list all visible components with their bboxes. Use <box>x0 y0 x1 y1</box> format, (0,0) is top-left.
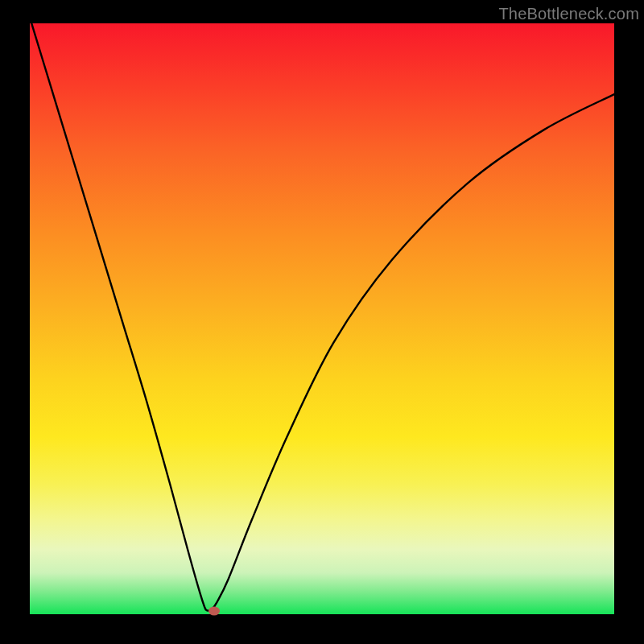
chart-marker-point <box>208 606 220 615</box>
chart-curve <box>30 23 614 614</box>
watermark-text: TheBottleneck.com <box>498 5 639 23</box>
chart-plot-area <box>30 23 614 614</box>
